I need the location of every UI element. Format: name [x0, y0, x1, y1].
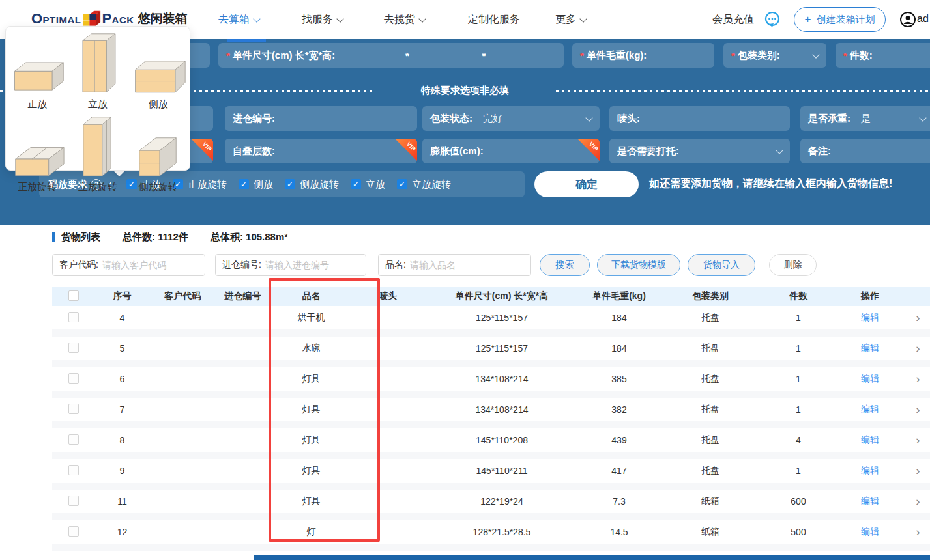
- row-expand-chevron[interactable]: ›: [916, 494, 920, 508]
- row-checkbox[interactable]: [68, 404, 79, 414]
- table-row: 6 灯具 134*108*214 385 托盘 1 编辑 ›: [52, 367, 930, 391]
- orientation-option-side[interactable]: 侧放: [128, 31, 188, 113]
- row-expand-chevron[interactable]: ›: [916, 372, 920, 385]
- edit-link[interactable]: 编辑: [861, 496, 879, 506]
- row-checkbox[interactable]: [68, 526, 79, 537]
- avatar-icon[interactable]: [900, 12, 916, 27]
- field-unit-weight[interactable]: * 单件毛重(kg):: [572, 43, 714, 68]
- table-row: 4 烘干机 125*115*157 184 托盘 1 编辑 ›: [52, 306, 930, 329]
- stacking-checkbox-立放[interactable]: ✓: [351, 179, 361, 189]
- row-checkbox[interactable]: [68, 373, 79, 384]
- nav-item-find-service[interactable]: 找服务: [302, 13, 343, 27]
- cell-seq: 6: [94, 374, 150, 384]
- stacking-checkbox-立放旋转[interactable]: ✓: [397, 179, 407, 189]
- header-name: 品名: [270, 290, 352, 302]
- field-shipping-mark[interactable]: 唛头:: [609, 106, 790, 131]
- row-expand-chevron[interactable]: ›: [916, 464, 920, 477]
- create-packing-plan-button[interactable]: + 创建装箱计划: [794, 7, 886, 32]
- edit-link[interactable]: 编辑: [861, 465, 879, 475]
- field-package-status[interactable]: 包装状态: 完好: [422, 106, 600, 131]
- nav-item-calc-box[interactable]: 去算箱: [218, 13, 259, 27]
- cell-package: 纸箱: [658, 496, 763, 507]
- edit-link[interactable]: 编辑: [861, 404, 879, 414]
- edit-link[interactable]: 编辑: [861, 434, 879, 445]
- required-mark: *: [580, 50, 584, 61]
- confirm-button[interactable]: 确定: [534, 171, 639, 197]
- header-warehouse: 进仓编号: [215, 290, 270, 302]
- row-checkbox[interactable]: [68, 496, 79, 506]
- download-template-button[interactable]: 下载货物模版: [597, 254, 680, 276]
- row-expand-chevron[interactable]: ›: [916, 402, 920, 416]
- header-seq: 序号: [94, 290, 150, 302]
- nav-item-more[interactable]: 更多: [555, 13, 586, 27]
- table-row: 9 灯具 145*110*211 417 托盘 1 编辑 ›: [52, 459, 930, 483]
- member-recharge-link[interactable]: 会员充值: [712, 13, 754, 27]
- product-name-input[interactable]: [410, 260, 524, 270]
- stacking-checkbox-label: 侧放旋转: [300, 178, 339, 191]
- customer-code-input[interactable]: [102, 260, 198, 270]
- row-checkbox[interactable]: [68, 434, 79, 445]
- field-remark[interactable]: 备注:: [800, 139, 930, 163]
- edit-link[interactable]: 编辑: [861, 526, 879, 537]
- cell-size: 125*115*157: [424, 313, 580, 323]
- search-button[interactable]: 搜索: [540, 254, 590, 276]
- field-unit-size[interactable]: * 单件尺寸(cm) 长*宽*高: * *: [218, 43, 564, 68]
- chevron-down-icon: [418, 15, 426, 22]
- field-warehouse-no[interactable]: 进仓编号:: [225, 106, 417, 131]
- stacking-checkbox-label: 立放旋转: [412, 178, 451, 191]
- cargo-import-button[interactable]: 货物导入: [688, 254, 755, 276]
- cell-package: 托盘: [658, 434, 763, 446]
- field-expansion-value[interactable]: 膨胀值(cm): VIP: [422, 139, 600, 163]
- row-expand-chevron[interactable]: ›: [916, 341, 920, 355]
- field-load-bearing[interactable]: 是否承重: 是: [800, 106, 930, 131]
- vip-badge: VIP: [577, 139, 600, 161]
- dotted-line: [556, 90, 930, 92]
- add-cargo-hint: 如还需要添加货物，请继续在输入框内输入货物信息!: [649, 177, 892, 191]
- row-expand-chevron[interactable]: ›: [916, 525, 920, 539]
- cell-package: 托盘: [658, 312, 763, 324]
- row-expand-chevron[interactable]: ›: [916, 433, 920, 447]
- edit-link[interactable]: 编辑: [861, 373, 879, 384]
- warehouse-no-input[interactable]: [265, 260, 359, 270]
- cell-name: 水碗: [270, 343, 352, 354]
- stacking-checkbox-侧放[interactable]: ✓: [239, 179, 249, 189]
- stacking-checkbox-label: 正放旋转: [188, 178, 227, 191]
- nav-item-custom-service[interactable]: 定制化服务: [468, 13, 520, 27]
- select-all-checkbox[interactable]: [68, 290, 79, 301]
- row-checkbox[interactable]: [68, 343, 79, 353]
- cell-name: 灯具: [270, 496, 352, 507]
- box-flat-rotated-icon: [8, 142, 66, 178]
- cell-qty: 1: [763, 313, 834, 323]
- cell-size: 134*108*214: [424, 404, 580, 415]
- cell-name: 灯具: [270, 465, 352, 477]
- cell-weight: 417: [580, 466, 658, 476]
- orientation-option-upright-rotated[interactable]: 立放旋转: [68, 113, 128, 196]
- edit-link[interactable]: 编辑: [861, 343, 879, 353]
- row-separator: [52, 329, 930, 337]
- cell-package: 托盘: [658, 404, 763, 415]
- field-stack-layers[interactable]: 自叠层数: VIP: [225, 139, 417, 163]
- cell-seq: 4: [94, 313, 150, 323]
- username-label[interactable]: ad: [917, 13, 929, 25]
- chat-bubble-icon[interactable]: [764, 11, 781, 29]
- orientation-option-upright[interactable]: 立放: [68, 31, 128, 113]
- row-separator: [52, 452, 930, 459]
- field-need-pallet[interactable]: 是否需要打托:: [609, 139, 790, 163]
- field-package-type[interactable]: * 包装类别:: [723, 43, 826, 68]
- orientation-option-flat-rotated[interactable]: 正放旋转: [7, 113, 68, 196]
- edit-link[interactable]: 编辑: [861, 312, 879, 322]
- row-expand-chevron[interactable]: ›: [916, 311, 920, 324]
- delete-button[interactable]: 删除: [769, 254, 817, 276]
- nav-item-pickup[interactable]: 去揽货: [384, 13, 425, 27]
- stacking-checkbox-侧放旋转[interactable]: ✓: [285, 179, 295, 189]
- box-upright-icon: [78, 31, 118, 96]
- field-quantity[interactable]: * 件数:: [836, 43, 930, 68]
- row-checkbox[interactable]: [68, 465, 79, 475]
- orientation-option-side-rotated[interactable]: 侧放旋转: [128, 113, 188, 196]
- orientation-option-flat[interactable]: 正放: [7, 31, 68, 113]
- orientation-popup: 正放 立放 侧放: [5, 26, 190, 171]
- cell-qty: 4: [763, 435, 834, 445]
- cell-weight: 7.3: [580, 496, 658, 507]
- row-checkbox[interactable]: [68, 312, 79, 322]
- cell-name: 灯: [270, 526, 352, 538]
